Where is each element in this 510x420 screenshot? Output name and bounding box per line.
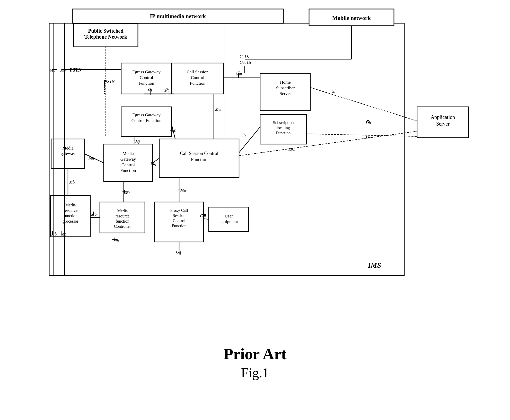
diagram-wrapper: IP multimedia network Public Switched Te… <box>36 8 474 337</box>
svg-text:Mb: Mb <box>69 180 75 184</box>
svg-text:Subscription: Subscription <box>273 120 294 125</box>
svg-text:Gq: Gq <box>176 250 181 255</box>
svg-text:Function: Function <box>190 81 206 86</box>
svg-text:Subscriber: Subscriber <box>276 85 295 90</box>
svg-text:User: User <box>225 214 233 218</box>
svg-line-141 <box>204 219 209 219</box>
svg-text:processor: processor <box>63 219 78 224</box>
svg-text:Egress Gateway: Egress Gateway <box>132 69 161 74</box>
svg-text:locating: locating <box>277 126 290 130</box>
svg-text:Function: Function <box>276 131 291 135</box>
svg-text:Media: Media <box>62 146 74 151</box>
svg-text:resource: resource <box>64 208 77 213</box>
svg-rect-16 <box>260 73 310 111</box>
svg-text:C, D,: C, D, <box>240 54 249 59</box>
svg-text:Telephone Network: Telephone Network <box>84 34 127 40</box>
svg-text:Mj: Mj <box>135 139 140 144</box>
svg-line-117 <box>85 154 104 163</box>
svg-rect-27 <box>417 107 469 138</box>
svg-text:equipment: equipment <box>219 219 238 224</box>
svg-line-95 <box>310 87 417 121</box>
svg-text:Cx: Cx <box>241 133 246 137</box>
svg-text:Home: Home <box>280 80 291 85</box>
svg-text:Control: Control <box>173 218 186 223</box>
svg-rect-3 <box>74 24 138 47</box>
svg-text:function: function <box>116 219 129 223</box>
svg-text:Mg: Mg <box>151 162 156 166</box>
svg-text:Dh: Dh <box>365 120 371 125</box>
svg-text:Media: Media <box>117 209 128 213</box>
svg-rect-20 <box>121 107 171 136</box>
svg-text:PSTN: PSTN <box>70 67 82 73</box>
svg-rect-51 <box>155 202 204 242</box>
svg-rect-23 <box>260 115 306 144</box>
svg-text:Control: Control <box>140 75 153 80</box>
svg-text:Server: Server <box>436 121 450 127</box>
svg-rect-41 <box>50 196 90 237</box>
svg-line-105 <box>239 131 417 156</box>
svg-rect-56 <box>209 207 249 232</box>
svg-text:Session: Session <box>173 213 186 218</box>
svg-text:Call Session: Call Session <box>187 69 209 74</box>
svg-text:IMS: IMS <box>368 261 381 269</box>
svg-text:Server: Server <box>280 91 291 96</box>
caption-fig: Fig.1 <box>241 365 269 380</box>
svg-text:Media: Media <box>122 151 134 156</box>
svg-text:Mb: Mb <box>113 238 119 243</box>
svg-text:Mb: Mb <box>61 232 66 236</box>
svg-text:Mb: Mb <box>49 68 56 73</box>
svg-rect-8 <box>121 63 171 94</box>
svg-text:function: function <box>64 214 77 218</box>
svg-text:Mb: Mb <box>91 212 96 216</box>
svg-text:Function: Function <box>139 81 154 86</box>
caption-prior-art: Prior Art <box>223 345 286 363</box>
svg-rect-38 <box>159 139 239 178</box>
svg-rect-30 <box>51 139 85 169</box>
svg-text:Function: Function <box>172 224 187 228</box>
svg-text:Function: Function <box>120 168 136 173</box>
svg-line-103 <box>239 127 260 153</box>
svg-text:Call Session Control: Call Session Control <box>180 151 218 156</box>
svg-text:Control Function: Control Function <box>131 118 162 123</box>
svg-text:Egress Gateway: Egress Gateway <box>132 112 161 117</box>
svg-text:Mn: Mn <box>88 156 94 160</box>
svg-text:Mr: Mr <box>125 191 130 195</box>
svg-rect-0 <box>49 23 404 275</box>
svg-text:IP multimedia network: IP multimedia network <box>150 13 206 19</box>
svg-text:Mobile network: Mobile network <box>332 15 371 21</box>
svg-text:Control: Control <box>191 75 204 80</box>
svg-rect-6 <box>309 9 394 26</box>
svg-text:Gateway: Gateway <box>120 157 136 162</box>
svg-rect-33 <box>104 144 153 181</box>
svg-text:Media: Media <box>65 203 76 207</box>
svg-text:Function: Function <box>191 157 207 162</box>
svg-text:Gm: Gm <box>200 213 206 218</box>
svg-text:gateway: gateway <box>61 151 75 156</box>
svg-text:ISC: ISC <box>288 147 295 152</box>
svg-text:Mi: Mi <box>172 129 177 133</box>
svg-text:Mk: Mk <box>164 89 170 93</box>
svg-text:Mb: Mb <box>60 68 66 73</box>
svg-text:Mw: Mw <box>180 188 187 192</box>
svg-line-109 <box>171 124 175 139</box>
svg-text:Public Switched: Public Switched <box>88 28 123 34</box>
svg-text:Proxy Call: Proxy Call <box>170 208 188 213</box>
svg-text:Control: Control <box>121 162 135 167</box>
svg-line-121 <box>153 158 159 163</box>
svg-text:Mb: Mb <box>51 232 57 236</box>
svg-rect-12 <box>172 63 223 94</box>
diagram-svg: IP multimedia network Public Switched Te… <box>36 8 474 337</box>
svg-text:PSTN: PSTN <box>104 79 115 84</box>
svg-text:resource: resource <box>116 214 129 218</box>
page-container: IP multimedia network Public Switched Te… <box>23 5 487 380</box>
svg-text:Mw: Mw <box>215 107 221 111</box>
svg-text:Sh: Sh <box>332 89 337 94</box>
svg-line-101 <box>306 134 417 136</box>
svg-text:Dx: Dx <box>365 135 371 140</box>
svg-text:Controller: Controller <box>114 224 131 229</box>
svg-text:Application: Application <box>431 114 455 120</box>
svg-text:Mk: Mk <box>147 89 153 93</box>
svg-text:Mm: Mm <box>235 72 242 76</box>
svg-rect-46 <box>100 202 145 233</box>
svg-rect-1 <box>72 9 283 23</box>
